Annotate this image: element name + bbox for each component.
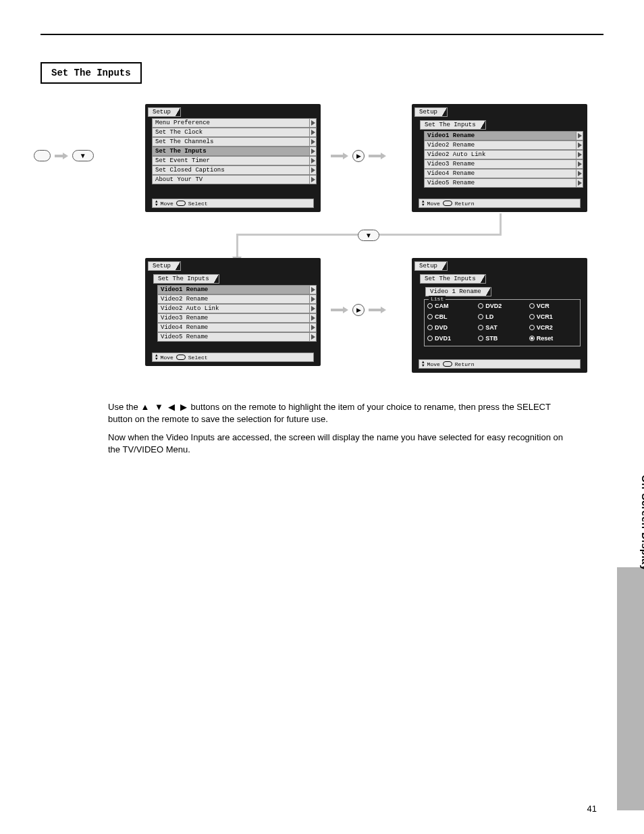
svg-marker-5 — [311, 158, 315, 163]
menu-row: Set Event Timer — [152, 156, 317, 165]
menu-row: Video5 Rename — [424, 178, 583, 188]
svg-marker-2 — [311, 130, 315, 135]
rename-option-label: DVD — [435, 324, 448, 331]
chevron-right-icon — [576, 169, 583, 178]
radio-icon — [529, 314, 535, 319]
flow-arrow-1: ▶ — [331, 150, 386, 162]
menu-item[interactable]: Video1 Rename — [424, 131, 576, 140]
menu-item[interactable]: Video2 Rename — [157, 294, 310, 304]
instruction-paragraph-1: Use the ▲ ▼ ◀ ▶ buttons on the remote to… — [108, 401, 563, 425]
svg-marker-9 — [369, 153, 386, 159]
svg-marker-6 — [311, 167, 315, 173]
arrow-right-icon — [331, 153, 348, 159]
radio-icon — [427, 303, 433, 309]
svg-marker-0 — [55, 153, 68, 159]
chevron-right-icon — [576, 131, 583, 140]
hint-oval-icon — [443, 201, 452, 206]
hint-bar: ▲▼ Move Return — [419, 359, 581, 369]
hint-move: Move — [427, 201, 440, 207]
menu-item[interactable]: Video2 Auto Link — [424, 150, 576, 159]
chevron-right-icon — [576, 159, 583, 169]
arrow-glyphs: ▲ ▼ ◀ ▶ — [140, 402, 188, 412]
menu-item[interactable]: Menu Preference — [152, 118, 310, 128]
rename-option[interactable]: LD — [478, 313, 526, 320]
radio-icon — [529, 303, 535, 309]
rename-option[interactable]: DVD — [427, 324, 475, 331]
menu-row: Video3 Rename — [157, 313, 317, 323]
menu-item[interactable]: Set The Inputs — [152, 147, 310, 156]
menu-item[interactable]: Set Closed Captions — [152, 165, 310, 175]
rename-option-label: CAM — [435, 303, 449, 309]
screen-set-inputs: Setup Set The Inputs Video1 RenameVideo2… — [412, 104, 587, 212]
svg-marker-19 — [311, 306, 315, 311]
svg-marker-4 — [311, 149, 315, 154]
rename-option-label: DVD2 — [485, 303, 502, 309]
rename-option[interactable]: SAT — [478, 324, 526, 331]
tab-video1-rename: Video 1 Rename — [425, 287, 491, 296]
chevron-right-icon — [310, 294, 317, 304]
rename-option[interactable]: CBL — [427, 313, 475, 320]
chevron-right-icon — [310, 175, 317, 184]
menu-item[interactable]: Video3 Rename — [157, 313, 310, 323]
tab-set-inputs: Set The Inputs — [420, 120, 486, 130]
screen-set-inputs-select: Setup Set The Inputs Video1 RenameVideo2… — [145, 258, 321, 366]
chevron-right-icon — [310, 137, 317, 147]
menu-row: Video2 Rename — [157, 294, 317, 304]
menu-item[interactable]: About Your TV — [152, 175, 310, 184]
svg-marker-22 — [311, 334, 315, 340]
svg-marker-13 — [578, 161, 582, 167]
rename-option[interactable]: VCR — [529, 303, 577, 309]
menu-item[interactable]: Video4 Rename — [157, 323, 310, 332]
menu-item[interactable]: Video4 Rename — [424, 169, 576, 178]
menu-item[interactable]: Video1 Rename — [157, 285, 310, 294]
rename-list-box: List CAMDVD2VCRCBLLDVCR1DVDSATVCR2DVD1ST… — [424, 299, 581, 346]
hint-bar: ▲▼ Move Select — [152, 199, 314, 208]
hint-action: Return — [455, 361, 475, 367]
rename-option[interactable]: Reset — [529, 335, 577, 342]
remote-oval-button — [34, 150, 51, 161]
rename-option[interactable]: CAM — [427, 303, 475, 309]
svg-marker-23 — [331, 307, 348, 313]
rename-option-label: VCR — [537, 303, 549, 309]
menu-row: Video1 Rename — [157, 285, 317, 294]
chevron-right-icon — [310, 285, 317, 294]
chevron-right-icon — [310, 323, 317, 332]
rename-option[interactable]: DVD2 — [478, 303, 526, 309]
menu-item[interactable]: Video5 Rename — [424, 178, 576, 188]
svg-marker-1 — [311, 120, 315, 126]
radio-icon — [478, 303, 483, 309]
radio-icon — [427, 336, 433, 341]
menu-row: Set The Inputs — [152, 147, 317, 156]
rename-option[interactable]: VCR1 — [529, 313, 577, 320]
hint-oval-icon — [176, 201, 186, 206]
menu-item[interactable]: Video3 Rename — [424, 159, 576, 169]
menu-item[interactable]: Set The Channels — [152, 137, 310, 147]
menu-item[interactable]: Set The Clock — [152, 128, 310, 137]
rename-option[interactable]: STB — [478, 335, 526, 342]
menu-row: Video5 Rename — [157, 332, 317, 342]
svg-marker-11 — [578, 142, 582, 148]
tab-setup: Setup — [414, 261, 448, 271]
menu-item[interactable]: Video5 Rename — [157, 332, 310, 342]
body-text: Use the ▲ ▼ ◀ ▶ buttons on the remote to… — [108, 401, 563, 455]
tab-setup: Setup — [148, 107, 181, 117]
rename-option[interactable]: VCR2 — [529, 324, 577, 331]
tab-set-inputs: Set The Inputs — [153, 274, 219, 284]
flow-diagram: ▼ Setup Menu PreferenceSet The ClockSet … — [41, 104, 603, 388]
menu-row: Set The Channels — [152, 137, 317, 147]
hint-oval-icon — [176, 355, 186, 360]
hint-move: Move — [161, 355, 173, 361]
rename-option[interactable]: DVD1 — [427, 335, 475, 342]
menu-row: Video3 Rename — [424, 159, 583, 169]
svg-marker-24 — [369, 307, 386, 313]
menu-item[interactable]: Video2 Auto Link — [157, 304, 310, 313]
chevron-right-icon — [310, 165, 317, 175]
chevron-right-icon — [310, 156, 317, 165]
rename-option-label: SAT — [485, 324, 497, 331]
chevron-right-icon — [310, 128, 317, 137]
screen-setup-main: Setup Menu PreferenceSet The ClockSet Th… — [145, 104, 321, 212]
flow-arrow-2: ▶ — [331, 304, 386, 316]
menu-item[interactable]: Video2 Rename — [424, 140, 576, 150]
hint-oval-icon — [443, 361, 452, 367]
menu-item[interactable]: Set Event Timer — [152, 156, 310, 165]
